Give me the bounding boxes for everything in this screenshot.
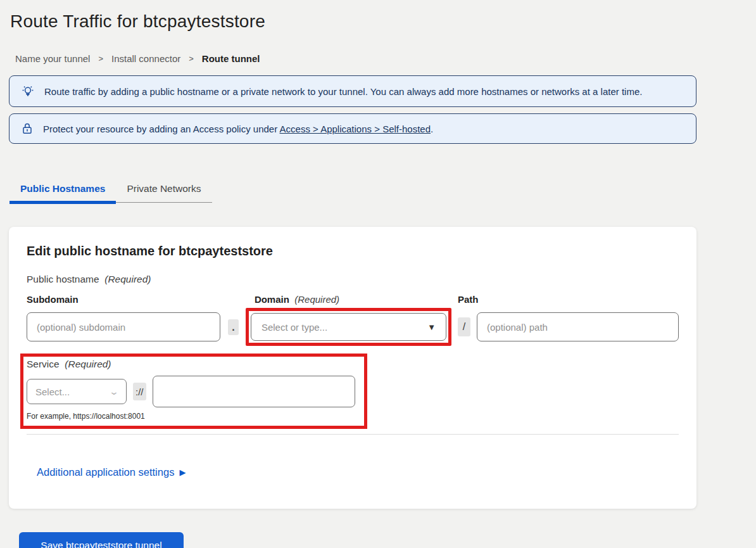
card-divider <box>27 434 679 435</box>
path-input-row: / <box>458 312 679 341</box>
breadcrumb: Name your tunnel > Install connector > R… <box>15 53 696 64</box>
tab-public-hostnames[interactable]: Public Hostnames <box>9 179 116 202</box>
domain-select-value: Select or type... <box>261 322 327 333</box>
hostname-fields-row: Subdomain . Domain (Required) Select or … <box>27 294 679 346</box>
service-highlight-box: Service (Required) Select... ⌄ :// For e… <box>20 354 367 429</box>
lock-icon <box>21 122 34 135</box>
tab-bar: Public Hostnames Private Networks <box>9 179 212 203</box>
access-policy-banner: Protect your resource by adding an Acces… <box>9 113 696 144</box>
path-input[interactable] <box>477 312 679 341</box>
domain-label-text: Domain <box>255 294 289 305</box>
service-type-value: Select... <box>35 386 70 397</box>
info-banner: Route traffic by adding a public hostnam… <box>9 75 696 107</box>
subdomain-input[interactable] <box>27 312 220 341</box>
path-field: Path / <box>458 294 679 341</box>
service-input-row: Select... ⌄ :// <box>27 376 358 407</box>
service-label: Service (Required) <box>27 359 358 370</box>
route-traffic-page: Route Traffic for btcpayteststore Name y… <box>0 0 696 548</box>
domain-required-label: (Required) <box>294 294 339 305</box>
arrow-right-icon: ▶ <box>179 468 186 477</box>
additional-application-settings-link[interactable]: Additional application settings ▶ <box>37 466 186 478</box>
service-type-select[interactable]: Select... ⌄ <box>27 379 127 404</box>
breadcrumb-step-name-your-tunnel[interactable]: Name your tunnel <box>15 53 90 64</box>
service-helper-text: For example, https://localhost:8001 <box>27 412 358 421</box>
dropdown-arrow-icon: ▼ <box>427 322 436 332</box>
info-banner-text: Route traffic by adding a public hostnam… <box>44 86 642 97</box>
domain-highlight-box: Select or type... ▼ <box>246 308 451 346</box>
service-required-label: (Required) <box>65 359 111 369</box>
domain-field: Domain (Required) Select or type... ▼ <box>246 294 451 346</box>
card-heading: Edit public hostname for btcpayteststore <box>27 244 679 258</box>
save-tunnel-button[interactable]: Save btcpayteststore tunnel <box>19 532 184 548</box>
subdomain-field: Subdomain <box>27 294 220 341</box>
public-hostname-group-label: Public hostname (Required) <box>27 274 679 285</box>
chevron-down-icon: ⌄ <box>109 386 119 397</box>
service-url-input[interactable] <box>153 376 355 407</box>
edit-public-hostname-card: Edit public hostname for btcpayteststore… <box>9 227 696 509</box>
access-banner-text-suffix: . <box>431 124 433 134</box>
lightbulb-icon <box>21 84 35 98</box>
breadcrumb-separator: > <box>98 54 103 63</box>
breadcrumb-separator: > <box>189 54 194 63</box>
domain-select[interactable]: Select or type... ▼ <box>251 313 446 341</box>
page-title: Route Traffic for btcpayteststore <box>10 11 696 32</box>
public-hostname-required-label: (Required) <box>104 274 151 284</box>
breadcrumb-step-install-connector[interactable]: Install connector <box>111 53 180 64</box>
domain-label: Domain (Required) <box>246 294 451 307</box>
dot-separator: . <box>228 319 239 335</box>
subdomain-label: Subdomain <box>27 294 220 307</box>
access-applications-self-hosted-link[interactable]: Access > Applications > Self-hosted <box>280 124 431 134</box>
scheme-separator: :// <box>133 383 146 400</box>
public-hostname-label-text: Public hostname <box>27 274 99 284</box>
tab-private-networks[interactable]: Private Networks <box>116 179 211 202</box>
additional-settings-label: Additional application settings <box>37 466 174 478</box>
slash-separator: / <box>458 317 470 336</box>
access-banner-text-prefix: Protect your resource by adding an Acces… <box>43 124 280 134</box>
service-label-text: Service <box>27 359 60 369</box>
access-banner-text: Protect your resource by adding an Acces… <box>43 124 433 134</box>
breadcrumb-step-route-tunnel: Route tunnel <box>202 53 260 64</box>
path-label: Path <box>458 294 679 307</box>
